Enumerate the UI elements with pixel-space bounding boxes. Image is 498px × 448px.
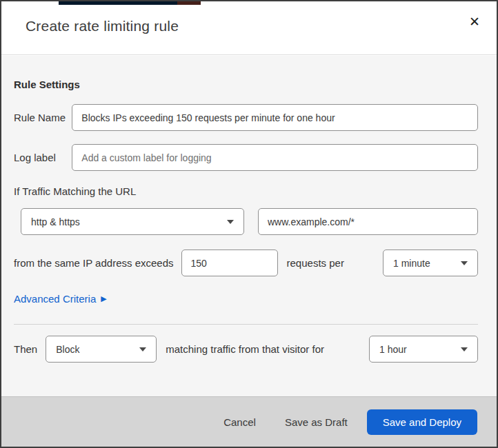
period-select[interactable]: 1 minute [383,250,478,276]
close-icon[interactable]: ✕ [465,12,484,32]
chevron-down-icon [227,220,234,224]
background-page-sliver-accent [177,1,201,5]
advanced-criteria-label: Advanced Criteria [14,293,96,305]
matching-traffic-text: matching traffic from that visitor for [166,343,324,355]
duration-select-value: 1 hour [379,344,407,355]
expand-arrow-icon: ▶ [101,295,106,303]
chevron-down-icon [461,347,468,352]
log-label-label: Log label [14,152,72,163]
request-count-input[interactable] [181,250,278,276]
rule-name-label: Rule Name [14,112,72,123]
save-as-draft-button[interactable]: Save as Draft [270,409,362,435]
background-page-sliver [59,1,177,5]
chevron-down-icon [461,261,468,265]
rule-name-input[interactable] [72,104,478,131]
dialog-body: Rule Settings Rule Name Log label If Tra… [1,56,497,396]
rule-name-row: Rule Name [14,104,478,131]
period-select-value: 1 minute [393,258,430,269]
action-select[interactable]: Block [46,336,157,363]
rule-settings-heading: Rule Settings [14,79,478,90]
chevron-down-icon [139,347,146,352]
threshold-row: from the same IP address exceeds request… [14,250,478,276]
advanced-criteria-link[interactable]: Advanced Criteria ▶ [14,293,107,305]
create-rate-limiting-rule-dialog: Create rate limiting rule ✕ Rule Setting… [0,0,498,448]
scheme-url-row: http & https [14,208,478,235]
scheme-select-value: http & https [31,216,80,227]
requests-per-text: requests per [287,257,344,269]
then-label: Then [14,343,37,355]
save-and-deploy-button[interactable]: Save and Deploy [367,409,477,435]
threshold-prefix-text: from the same IP address exceeds [14,257,174,269]
dialog-header: Create rate limiting rule ✕ [1,1,497,55]
scheme-select[interactable]: http & https [21,208,244,235]
log-label-input[interactable] [72,144,478,171]
cancel-button[interactable]: Cancel [209,409,270,435]
dialog-title: Create rate limiting rule [26,18,179,34]
dialog-footer: Cancel Save as Draft Save and Deploy [1,396,497,447]
action-select-value: Block [56,344,79,355]
url-pattern-input[interactable] [258,208,478,235]
log-label-row: Log label [14,144,478,171]
duration-select[interactable]: 1 hour [369,336,478,363]
traffic-match-intro: If Traffic Matching the URL [14,185,478,197]
action-row: Then Block matching traffic from that vi… [14,336,478,363]
section-divider [14,324,478,325]
